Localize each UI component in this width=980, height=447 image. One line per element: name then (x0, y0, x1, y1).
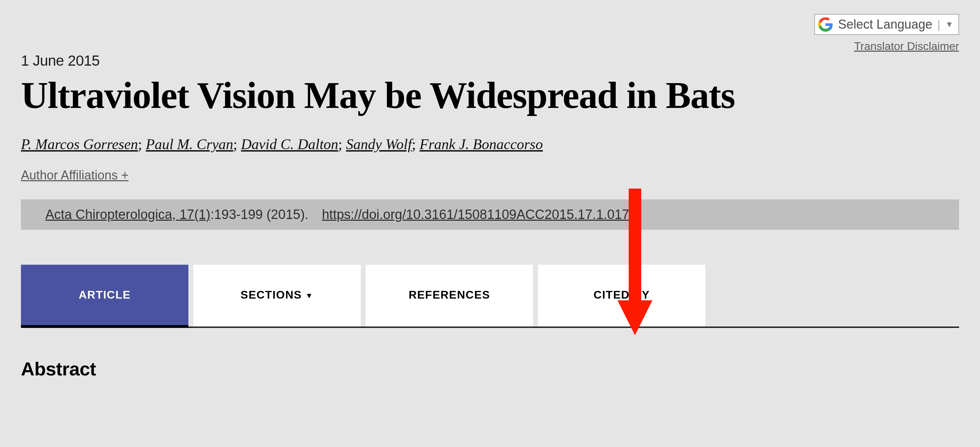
author-link[interactable]: Sandy Wolf (346, 136, 412, 152)
author-list: P. Marcos Gorresen; Paul M. Cryan; David… (21, 136, 959, 153)
doi-link[interactable]: https://doi.org/10.3161/15081109ACC2015.… (322, 207, 629, 222)
divider: | (937, 18, 940, 32)
publication-date: 1 June 2015 (21, 53, 959, 69)
tab-cited-by[interactable]: CITED BY (538, 265, 705, 327)
author-affiliations-toggle[interactable]: Author Affiliations + (21, 168, 129, 183)
citation-bar: Acta Chiropterologica, 17(1):193-199 (20… (21, 200, 959, 230)
translator-disclaimer-link[interactable]: Translator Disclaimer (854, 40, 959, 53)
article-title: Ultraviolet Vision May be Widespread in … (21, 75, 959, 115)
abstract-heading: Abstract (21, 358, 959, 380)
author-link[interactable]: P. Marcos Gorresen (21, 136, 138, 152)
tab-sections[interactable]: SECTIONS▼ (193, 265, 361, 327)
tab-references[interactable]: REFERENCES (366, 265, 533, 327)
citation-pages: :193-199 (2015). (210, 207, 309, 222)
language-selector[interactable]: Select Language | ▼ (814, 14, 959, 35)
google-g-icon (818, 17, 833, 32)
chevron-down-icon: ▼ (945, 19, 953, 29)
tab-label: ARTICLE (78, 289, 130, 301)
author-link[interactable]: David C. Dalton (241, 136, 339, 152)
article-tabs: ARTICLE SECTIONS▼ REFERENCES CITED BY (21, 265, 959, 328)
chevron-down-icon: ▼ (305, 291, 313, 300)
journal-link[interactable]: Acta Chiropterologica, 17(1) (45, 207, 210, 222)
language-selector-label: Select Language (838, 17, 932, 32)
tab-article[interactable]: ARTICLE (21, 265, 188, 328)
author-link[interactable]: Paul M. Cryan (146, 136, 234, 152)
author-link[interactable]: Frank J. Bonaccorso (420, 136, 543, 152)
tab-label: SECTIONS (241, 289, 302, 301)
tab-label: REFERENCES (409, 289, 490, 301)
tab-label: CITED BY (593, 289, 650, 301)
